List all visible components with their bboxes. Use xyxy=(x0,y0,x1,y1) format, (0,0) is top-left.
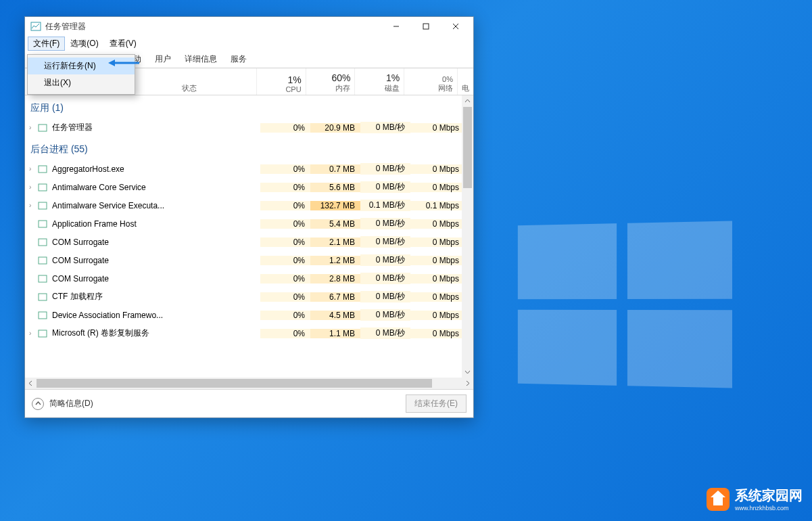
watermark: 系统家园网 www.hnzkhbsb.com xyxy=(707,486,803,512)
house-icon xyxy=(707,488,730,511)
process-row[interactable]: ›Antimalware Core Service0%5.6 MB0 MB/秒0… xyxy=(25,178,473,196)
process-row[interactable]: Device Association Framewo...0%4.5 MB0 M… xyxy=(25,306,473,324)
scroll-down-icon[interactable] xyxy=(462,366,473,378)
svg-rect-14 xyxy=(39,312,47,319)
process-icon xyxy=(37,237,48,248)
col-memory[interactable]: 60%内存 xyxy=(306,68,355,95)
footer: 简略信息(D) 结束任务(E) xyxy=(25,389,473,417)
process-name: Microsoft (R) 卷影复制服务 xyxy=(52,327,149,339)
network-value: 0 Mbps xyxy=(410,292,464,302)
process-icon xyxy=(37,164,48,175)
expand-icon[interactable]: › xyxy=(25,165,37,173)
disk-value: 0 MB/秒 xyxy=(360,309,410,321)
fewer-details-label: 简略信息(D) xyxy=(49,398,93,409)
fewer-details-toggle[interactable]: 简略信息(D) xyxy=(32,398,93,410)
memory-value: 4.5 MB xyxy=(310,311,360,320)
process-name: Device Association Framewo... xyxy=(52,311,163,320)
process-row[interactable]: Application Frame Host0%5.4 MB0 MB/秒0 Mb… xyxy=(25,214,473,233)
process-icon xyxy=(37,328,48,339)
process-name: Application Frame Host xyxy=(52,219,137,229)
menu-options[interactable]: 选项(O) xyxy=(65,37,103,51)
process-icon xyxy=(37,273,48,284)
expand-icon[interactable]: › xyxy=(25,183,37,191)
process-row[interactable]: COM Surrogate0%2.1 MB0 MB/秒0 Mbps xyxy=(25,233,473,251)
process-row[interactable]: ›Microsoft (R) 卷影复制服务0%1.1 MB0 MB/秒0 Mbp… xyxy=(25,324,473,342)
network-value: 0 Mbps xyxy=(410,311,464,320)
scroll-right-icon[interactable] xyxy=(462,378,473,389)
disk-value: 0 MB/秒 xyxy=(360,291,410,302)
process-name: COM Surrogate xyxy=(52,274,109,284)
process-row[interactable]: ›任务管理器0%20.9 MB0 MB/秒0 Mbps xyxy=(25,118,473,137)
end-task-button[interactable]: 结束任务(E) xyxy=(406,394,467,413)
windows-logo-wallpaper xyxy=(518,221,732,388)
memory-value: 1.1 MB xyxy=(310,329,360,338)
disk-value: 0 MB/秒 xyxy=(360,236,410,248)
expand-icon[interactable]: › xyxy=(25,124,37,131)
titlebar[interactable]: 任务管理器 xyxy=(25,17,473,36)
group-apps: 应用 (1) xyxy=(25,95,473,118)
process-row[interactable]: ›Antimalware Service Executa...0%132.7 M… xyxy=(25,196,473,214)
col-power[interactable]: 电 xyxy=(457,68,473,95)
process-row[interactable]: COM Surrogate0%2.8 MB0 MB/秒0 Mbps xyxy=(25,269,473,288)
disk-value: 0.1 MB/秒 xyxy=(360,200,410,211)
memory-value: 132.7 MB xyxy=(310,201,360,210)
network-value: 0 Mbps xyxy=(410,237,464,247)
cpu-value: 0% xyxy=(260,164,310,174)
col-cpu[interactable]: 1%CPU xyxy=(256,68,306,95)
network-value: 0 Mbps xyxy=(410,329,464,338)
process-name: CTF 加载程序 xyxy=(52,291,103,302)
process-row[interactable]: CTF 加载程序0%6.7 MB0 MB/秒0 Mbps xyxy=(25,288,473,306)
svg-rect-15 xyxy=(39,330,47,337)
disk-value: 0 MB/秒 xyxy=(360,122,410,133)
memory-value: 2.1 MB xyxy=(310,237,360,247)
process-icon xyxy=(37,292,48,302)
menu-file[interactable]: 文件(F) xyxy=(28,37,65,51)
process-table: 名称 状态 1%CPU 60%内存 1%磁盘 0%网络 电 应用 (1)›任务管… xyxy=(25,68,473,389)
network-value: 0 Mbps xyxy=(410,274,464,284)
tab-users[interactable]: 用户 xyxy=(148,51,178,68)
minimize-button[interactable] xyxy=(381,17,411,36)
process-name: COM Surrogate xyxy=(52,237,109,247)
scroll-up-icon[interactable] xyxy=(462,95,473,107)
network-value: 0 Mbps xyxy=(410,183,464,192)
process-name: 任务管理器 xyxy=(52,122,93,133)
svg-marker-17 xyxy=(108,60,115,66)
memory-value: 2.8 MB xyxy=(310,274,360,284)
scroll-left-icon[interactable] xyxy=(25,378,37,389)
menu-exit[interactable]: 退出(X) xyxy=(28,74,135,91)
disk-value: 0 MB/秒 xyxy=(360,254,410,266)
horizontal-scrollbar[interactable] xyxy=(25,378,473,389)
process-icon xyxy=(37,255,48,266)
watermark-sub: www.hnzkhbsb.com xyxy=(735,505,803,512)
disk-value: 0 MB/秒 xyxy=(360,327,410,339)
memory-value: 5.4 MB xyxy=(310,219,360,229)
cpu-value: 0% xyxy=(260,183,310,192)
svg-rect-7 xyxy=(39,184,47,191)
maximize-button[interactable] xyxy=(411,17,441,36)
disk-value: 0 MB/秒 xyxy=(360,181,410,193)
chevron-up-icon xyxy=(32,398,44,410)
hscrollbar-thumb[interactable] xyxy=(37,379,432,388)
memory-value: 6.7 MB xyxy=(310,292,360,302)
network-value: 0 Mbps xyxy=(410,123,464,133)
process-name: COM Surrogate xyxy=(52,256,109,265)
col-disk[interactable]: 1%磁盘 xyxy=(354,68,404,95)
disk-value: 0 MB/秒 xyxy=(360,218,410,229)
process-row[interactable]: COM Surrogate0%1.2 MB0 MB/秒0 Mbps xyxy=(25,251,473,269)
menu-view[interactable]: 查看(V) xyxy=(104,37,142,51)
cpu-value: 0% xyxy=(260,237,310,247)
close-button[interactable] xyxy=(441,17,471,36)
cpu-value: 0% xyxy=(260,219,310,229)
expand-icon[interactable]: › xyxy=(25,330,37,337)
cpu-value: 0% xyxy=(260,292,310,302)
tab-details[interactable]: 详细信息 xyxy=(178,51,224,68)
vertical-scrollbar[interactable] xyxy=(462,95,473,378)
process-row[interactable]: ›AggregatorHost.exe0%0.7 MB0 MB/秒0 Mbps xyxy=(25,160,473,178)
process-icon xyxy=(37,219,48,229)
expand-icon[interactable]: › xyxy=(25,202,37,209)
scrollbar-thumb[interactable] xyxy=(463,107,472,188)
tab-services[interactable]: 服务 xyxy=(224,51,254,68)
col-status[interactable]: 状态 xyxy=(182,83,252,93)
process-name: AggregatorHost.exe xyxy=(52,164,124,174)
col-network[interactable]: 0%网络 xyxy=(404,68,457,95)
